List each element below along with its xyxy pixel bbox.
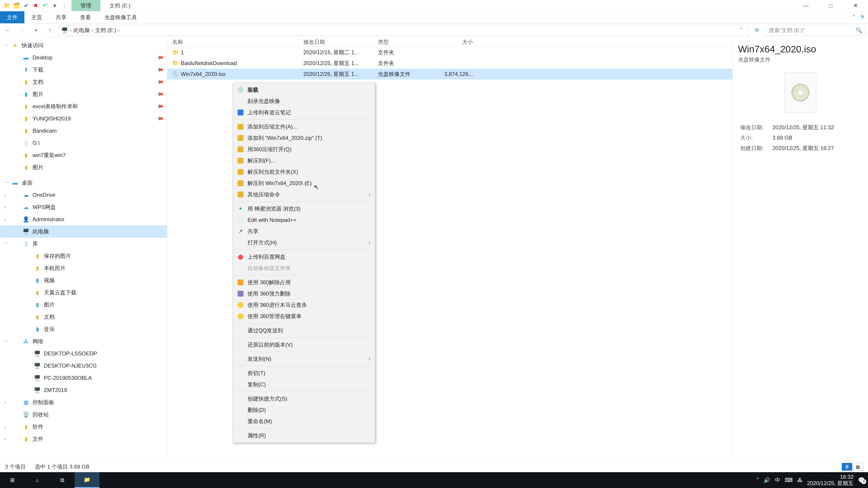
nav-wps[interactable]: ›☁WPS网盘 — [0, 201, 167, 213]
tray-up-icon[interactable]: ˄ — [756, 477, 759, 483]
col-size[interactable]: 大小 — [441, 38, 477, 46]
search-button[interactable]: ⌕ — [25, 472, 50, 488]
chevron-right-icon[interactable]: › — [92, 27, 93, 33]
breadcrumb-part[interactable]: 此电脑 — [73, 27, 90, 34]
ctx-360-manage[interactable]: 使用 360管理右键菜单 — [234, 311, 375, 322]
nav-pictures[interactable]: ▮图片📌 — [0, 88, 167, 100]
ctx-create-shortcut[interactable]: 创建快捷方式(S) — [234, 393, 375, 404]
nav-videos[interactable]: ▮视频 — [0, 274, 167, 287]
nav-software[interactable]: ›▮软件 — [0, 421, 167, 433]
navigation-pane[interactable]: ﹀★快速访问 ▬Desktop📌 ⬇下载📌 ▮文档📌 ▮图片📌 ▮excel表格… — [0, 37, 167, 461]
nav-onedrive[interactable]: ›☁OneDrive — [0, 189, 167, 201]
volume-icon[interactable]: 🔊 — [764, 477, 770, 483]
col-name[interactable]: 名称˄ — [172, 38, 303, 46]
nav-network[interactable]: ﹀🖧网络 — [0, 335, 167, 348]
expand-icon[interactable]: › — [4, 437, 6, 442]
help-icon[interactable]: ? — [861, 14, 864, 21]
nav-pc1[interactable]: 🖥️DESKTOP-LSSOEDP — [0, 348, 167, 360]
nav-up-button[interactable]: ↑ — [45, 25, 55, 35]
expand-icon[interactable]: › — [4, 205, 6, 210]
expand-icon[interactable]: ﹀ — [4, 43, 8, 48]
breadcrumb-part[interactable]: 文档 (E:) — [95, 27, 116, 34]
ctx-burn[interactable]: 刻录光盘映像 — [234, 96, 375, 107]
ctx-youdao[interactable]: 上传到有道云笔记 — [234, 107, 375, 118]
keyboard-icon[interactable]: ⌨ — [785, 477, 793, 483]
search-input[interactable]: 搜索"文档 (E:)" 🔍 — [766, 25, 865, 35]
qat-dropdown-icon[interactable]: ▾ — [51, 2, 59, 10]
nav-quick-access[interactable]: ﹀★快速访问 — [0, 39, 167, 52]
nav-pictures3[interactable]: ▮图片 — [0, 299, 167, 311]
expand-icon[interactable]: ﹀ — [4, 180, 8, 186]
column-headers[interactable]: 名称˄ 修改日期 类型 大小 — [167, 37, 733, 47]
nav-downloads[interactable]: ⬇下载📌 — [0, 64, 167, 76]
ribbon-view[interactable]: 查看 — [73, 11, 98, 23]
close-button[interactable]: ✕ — [843, 0, 868, 11]
nav-admin[interactable]: ›👤Administrator — [0, 213, 167, 225]
expand-icon[interactable]: › — [4, 229, 6, 234]
network-icon[interactable]: 🖧 — [797, 477, 803, 483]
expand-icon[interactable]: › — [4, 217, 6, 222]
nav-documents[interactable]: ▮文档📌 — [0, 76, 167, 88]
nav-docs2[interactable]: ▮文档 — [0, 311, 167, 323]
notification-icon[interactable]: 💬3 — [858, 477, 865, 483]
minimize-button[interactable]: ― — [794, 0, 818, 11]
taskbar-clock[interactable]: 16:32 2020/12/25, 星期五 — [807, 474, 854, 486]
address-dropdown-icon[interactable]: ˅ — [737, 27, 746, 33]
qat-icon[interactable]: 📁 — [3, 2, 11, 10]
expand-icon[interactable]: ﹀ — [4, 241, 8, 247]
file-explorer-taskbar[interactable]: 📁 — [74, 472, 99, 488]
nav-libraries[interactable]: ﹀▯库 — [0, 238, 167, 250]
nav-forward-button[interactable]: → — [17, 25, 27, 35]
nav-this-pc[interactable]: ›🖥️此电脑 — [0, 225, 167, 238]
ctx-open-360zip[interactable]: 用360压缩打开(Q) — [234, 144, 375, 155]
qat-delete-icon[interactable]: ✖ — [32, 2, 40, 10]
refresh-button[interactable]: ⟳ — [752, 27, 762, 33]
nav-tianyi[interactable]: ▮天翼云盘下载 — [0, 287, 167, 299]
view-details-button[interactable]: ≣ — [842, 463, 852, 470]
ctx-extract-here[interactable]: 解压到当前文件夹(X) — [234, 166, 375, 177]
ctx-360-unlock[interactable]: 使用 360解除占用 — [234, 277, 375, 288]
nav-saved-pics[interactable]: ▮保存的图片 — [0, 250, 167, 262]
ctx-send-to[interactable]: 发送到(N)› — [234, 353, 375, 365]
nav-bandicam[interactable]: ▮Bandicam — [0, 125, 167, 137]
start-button[interactable]: ⊞ — [0, 472, 25, 488]
expand-icon[interactable]: › — [4, 193, 6, 197]
ctx-360-force-delete[interactable]: 使用 360强力删除 — [234, 288, 375, 299]
nav-recycle[interactable]: 🗑️回收站 — [0, 409, 167, 421]
nav-pc2[interactable]: 🖥️DESKTOP-NJEU3CG — [0, 360, 167, 372]
search-icon[interactable]: 🔍 — [856, 27, 862, 33]
nav-music[interactable]: ▮音乐 — [0, 323, 167, 335]
table-row[interactable]: 📁 BaiduNetdiskDownload 2020/12/25, 星期五 1… — [167, 58, 733, 69]
ctx-open-with[interactable]: 打开方式(H)› — [234, 237, 375, 248]
ctx-extract-to[interactable]: 解压到(F)... — [234, 155, 375, 166]
breadcrumb[interactable]: 🖥️ › 此电脑 › 文档 (E:) › ˅ — [59, 25, 748, 35]
contextual-tab[interactable]: 管理 — [71, 0, 100, 11]
nav-control-panel[interactable]: ›▦控制面板 — [0, 396, 167, 409]
ribbon-share[interactable]: 共享 — [49, 11, 73, 23]
qat-icon[interactable]: 🗂️ — [13, 2, 21, 10]
chevron-right-icon[interactable]: › — [70, 27, 72, 33]
task-view-button[interactable]: ⧉ — [50, 472, 74, 488]
qat-undo-icon[interactable]: ↶ — [41, 2, 49, 10]
ctx-delete[interactable]: 删除(D) — [234, 404, 375, 416]
qat-save-icon[interactable]: ✔ — [22, 2, 30, 10]
expand-icon[interactable]: › — [4, 400, 6, 405]
ctx-copy[interactable]: 复制(C) — [234, 379, 375, 390]
nav-desktop-root[interactable]: ﹀▬桌面 — [0, 177, 167, 189]
ctx-qq-send[interactable]: 通过QQ发送到 — [234, 325, 375, 336]
ctx-add-zip[interactable]: 添加到 "Win7x64_2020.zip" (T) — [234, 132, 375, 144]
ribbon-file[interactable]: 文件 — [0, 11, 24, 23]
nav-win7re[interactable]: ▮win7重装win7 — [0, 149, 167, 161]
nav-desktop[interactable]: ▬Desktop📌 — [0, 52, 167, 64]
nav-files[interactable]: ›▮文件 — [0, 433, 167, 445]
expand-icon[interactable]: › — [4, 424, 6, 429]
ime-indicator[interactable]: 中 — [775, 477, 780, 484]
expand-icon[interactable]: ﹀ — [4, 339, 8, 344]
ctx-baidu-upload[interactable]: ⬤上传到百度网盘 — [234, 251, 375, 263]
ctx-notepadpp[interactable]: 📄Edit with Notepad++ — [234, 215, 375, 226]
nav-excel[interactable]: ▮excel表格制作求和📌 — [0, 100, 167, 112]
ctx-mount[interactable]: 💿装载 — [234, 84, 375, 96]
ribbon-home[interactable]: 主页 — [24, 11, 49, 23]
maximize-button[interactable]: □ — [818, 0, 843, 11]
nav-history-button[interactable]: ▾ — [31, 25, 41, 35]
